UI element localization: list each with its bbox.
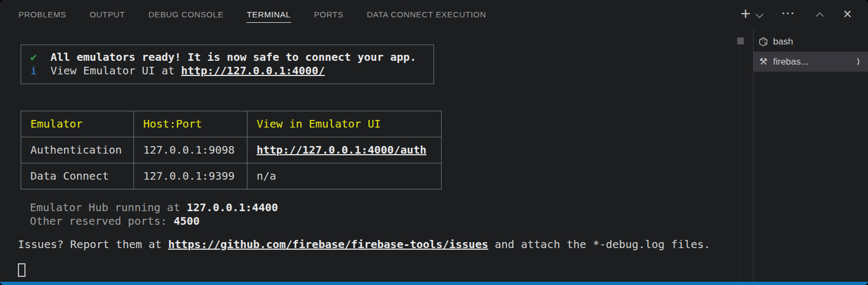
emulators-ready-box: ✔All emulators ready! It is now safe to … bbox=[21, 45, 434, 84]
table-row: Data Connect 127.0.0.1:9399 n/a bbox=[21, 163, 442, 189]
table-header-row: Emulator Host:Port View in Emulator UI bbox=[21, 111, 442, 137]
terminal-tab-bash[interactable]: $_ bash bbox=[754, 31, 868, 52]
header-emulator: Emulator bbox=[21, 111, 134, 137]
emulator-table: Emulator Host:Port View in Emulator UI A… bbox=[21, 111, 442, 189]
scrollbar-thumb[interactable] bbox=[737, 37, 744, 45]
issues-prefix: Issues? Report them at bbox=[18, 238, 168, 251]
more-actions-button[interactable]: ··· bbox=[782, 8, 795, 20]
header-host-port: Host:Port bbox=[134, 111, 247, 137]
terminal-panel: PROBLEMS OUTPUT DEBUG CONSOLE TERMINAL P… bbox=[0, 0, 868, 285]
cell-emulator: Authentication bbox=[21, 137, 134, 163]
chevron-down-icon bbox=[756, 10, 763, 17]
ready-message: All emulators ready! It is now safe to c… bbox=[50, 50, 416, 64]
ports-label: Other reserved ports: bbox=[30, 214, 174, 227]
ready-line: ✔All emulators ready! It is now safe to … bbox=[21, 50, 433, 64]
cell-view-ui: n/a bbox=[247, 163, 442, 189]
emulator-ui-line: iView Emulator UI at http://127.0.0.1:40… bbox=[21, 64, 433, 78]
info-icon: i bbox=[30, 64, 50, 78]
auth-ui-link[interactable]: http://127.0.0.1:4000/auth bbox=[257, 143, 426, 156]
issues-link[interactable]: https://github.com/firebase/firebase-too… bbox=[168, 238, 488, 251]
cell-host-port: 127.0.0.1:9399 bbox=[134, 163, 247, 189]
cell-host-port: 127.0.0.1:9098 bbox=[134, 137, 247, 163]
close-panel-button[interactable]: × bbox=[843, 7, 852, 22]
ports-value: 4500 bbox=[174, 214, 200, 227]
panel-tabbar: PROBLEMS OUTPUT DEBUG CONSOLE TERMINAL P… bbox=[0, 0, 487, 30]
cell-emulator: Data Connect bbox=[21, 163, 134, 189]
tab-ports[interactable]: PORTS bbox=[314, 7, 344, 23]
svg-text:$_: $_ bbox=[764, 41, 768, 45]
bash-terminal-icon: $_ bbox=[758, 37, 768, 47]
emulator-ui-link[interactable]: http://127.0.0.1:4000/ bbox=[181, 64, 325, 77]
loading-spinner-icon bbox=[849, 56, 859, 67]
table-row: Authentication 127.0.0.1:9098 http://127… bbox=[21, 137, 442, 163]
issues-line: Issues? Report them at https://github.co… bbox=[18, 238, 753, 251]
new-terminal-button[interactable]: + bbox=[741, 5, 750, 22]
hub-label: Emulator Hub running at bbox=[30, 201, 187, 214]
terminal-tabs-list: $_ bash ⚒ firebas... bbox=[754, 30, 868, 282]
hub-line: Emulator Hub running at 127.0.0.1:4400 bbox=[30, 201, 753, 214]
header-view-in-ui: View in Emulator UI bbox=[247, 111, 442, 137]
terminal-cursor bbox=[18, 263, 25, 277]
tab-problems[interactable]: PROBLEMS bbox=[18, 7, 67, 23]
emulator-ui-prefix: View Emulator UI at bbox=[50, 64, 181, 77]
tab-data-connect-execution[interactable]: DATA CONNECT EXECUTION bbox=[366, 7, 487, 23]
terminal-tab-firebase[interactable]: ⚒ firebas... bbox=[754, 52, 868, 72]
issues-suffix: and attach the *-debug.log files. bbox=[488, 238, 710, 251]
terminal-output: ✔All emulators ready! It is now safe to … bbox=[0, 30, 753, 282]
panel-actions: + ··· × bbox=[741, 0, 852, 30]
tools-icon: ⚒ bbox=[758, 57, 768, 67]
launch-profile-dropdown[interactable] bbox=[750, 14, 762, 17]
status-bar-edge bbox=[0, 282, 868, 285]
chevron-up-icon bbox=[816, 12, 824, 20]
tab-debug-console[interactable]: DEBUG CONSOLE bbox=[148, 7, 224, 23]
tab-output[interactable]: OUTPUT bbox=[89, 7, 125, 23]
reserved-ports-line: Other reserved ports: 4500 bbox=[30, 214, 753, 228]
maximize-panel-button[interactable] bbox=[817, 11, 822, 19]
terminal-tab-label: firebas... bbox=[773, 56, 808, 67]
scrollbar-track bbox=[740, 46, 741, 282]
terminal-tab-label: bash bbox=[773, 36, 793, 47]
check-icon: ✔ bbox=[30, 50, 50, 64]
tab-terminal[interactable]: TERMINAL bbox=[246, 7, 291, 23]
hub-address: 127.0.0.1:4400 bbox=[187, 201, 278, 214]
cell-view-ui: http://127.0.0.1:4000/auth bbox=[247, 137, 442, 163]
